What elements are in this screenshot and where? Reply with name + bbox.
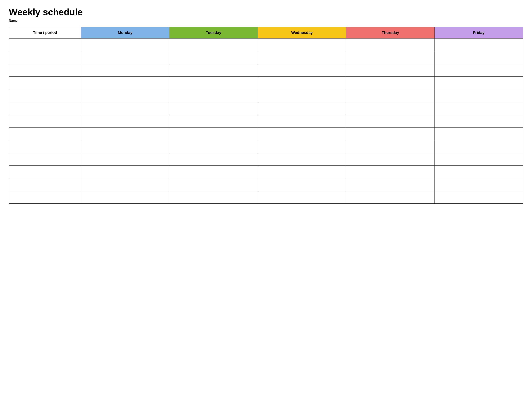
- tuesday-cell[interactable]: [169, 38, 258, 51]
- tuesday-cell[interactable]: [169, 127, 258, 140]
- monday-cell[interactable]: [81, 64, 169, 76]
- table-row: [9, 64, 523, 76]
- table-row: [9, 38, 523, 51]
- header-time-period: Time / period: [9, 27, 81, 38]
- tuesday-cell[interactable]: [169, 153, 258, 166]
- wednesday-cell[interactable]: [258, 76, 346, 89]
- header-monday: Monday: [81, 27, 169, 38]
- friday-cell[interactable]: [434, 38, 523, 51]
- thursday-cell[interactable]: [346, 178, 435, 191]
- tuesday-cell[interactable]: [169, 191, 258, 204]
- tuesday-cell[interactable]: [169, 89, 258, 102]
- table-row: [9, 153, 523, 166]
- monday-cell[interactable]: [81, 102, 169, 115]
- header-friday: Friday: [434, 27, 523, 38]
- wednesday-cell[interactable]: [258, 102, 346, 115]
- header-wednesday: Wednesday: [258, 27, 346, 38]
- thursday-cell[interactable]: [346, 51, 435, 64]
- thursday-cell[interactable]: [346, 64, 435, 76]
- thursday-cell[interactable]: [346, 38, 435, 51]
- tuesday-cell[interactable]: [169, 64, 258, 76]
- time-cell[interactable]: [9, 140, 81, 153]
- monday-cell[interactable]: [81, 166, 169, 178]
- time-cell[interactable]: [9, 76, 81, 89]
- friday-cell[interactable]: [434, 140, 523, 153]
- friday-cell[interactable]: [434, 166, 523, 178]
- time-cell[interactable]: [9, 89, 81, 102]
- time-cell[interactable]: [9, 166, 81, 178]
- friday-cell[interactable]: [434, 115, 523, 127]
- header-tuesday: Tuesday: [169, 27, 258, 38]
- friday-cell[interactable]: [434, 64, 523, 76]
- name-label: Name:: [9, 19, 523, 23]
- wednesday-cell[interactable]: [258, 115, 346, 127]
- monday-cell[interactable]: [81, 191, 169, 204]
- wednesday-cell[interactable]: [258, 38, 346, 51]
- table-row: [9, 178, 523, 191]
- monday-cell[interactable]: [81, 76, 169, 89]
- thursday-cell[interactable]: [346, 102, 435, 115]
- friday-cell[interactable]: [434, 76, 523, 89]
- wednesday-cell[interactable]: [258, 140, 346, 153]
- friday-cell[interactable]: [434, 127, 523, 140]
- friday-cell[interactable]: [434, 51, 523, 64]
- time-cell[interactable]: [9, 38, 81, 51]
- friday-cell[interactable]: [434, 153, 523, 166]
- thursday-cell[interactable]: [346, 191, 435, 204]
- tuesday-cell[interactable]: [169, 51, 258, 64]
- wednesday-cell[interactable]: [258, 64, 346, 76]
- wednesday-cell[interactable]: [258, 127, 346, 140]
- wednesday-cell[interactable]: [258, 191, 346, 204]
- table-row: [9, 191, 523, 204]
- time-cell[interactable]: [9, 127, 81, 140]
- table-row: [9, 166, 523, 178]
- thursday-cell[interactable]: [346, 115, 435, 127]
- tuesday-cell[interactable]: [169, 115, 258, 127]
- monday-cell[interactable]: [81, 127, 169, 140]
- monday-cell[interactable]: [81, 178, 169, 191]
- thursday-cell[interactable]: [346, 153, 435, 166]
- monday-cell[interactable]: [81, 115, 169, 127]
- tuesday-cell[interactable]: [169, 178, 258, 191]
- wednesday-cell[interactable]: [258, 89, 346, 102]
- monday-cell[interactable]: [81, 140, 169, 153]
- friday-cell[interactable]: [434, 102, 523, 115]
- table-row: [9, 127, 523, 140]
- thursday-cell[interactable]: [346, 140, 435, 153]
- time-cell[interactable]: [9, 153, 81, 166]
- monday-cell[interactable]: [81, 153, 169, 166]
- monday-cell[interactable]: [81, 38, 169, 51]
- table-row: [9, 102, 523, 115]
- tuesday-cell[interactable]: [169, 76, 258, 89]
- page-title: Weekly schedule: [9, 7, 523, 17]
- table-row: [9, 115, 523, 127]
- table-row: [9, 51, 523, 64]
- thursday-cell[interactable]: [346, 76, 435, 89]
- friday-cell[interactable]: [434, 178, 523, 191]
- friday-cell[interactable]: [434, 89, 523, 102]
- time-cell[interactable]: [9, 51, 81, 64]
- time-cell[interactable]: [9, 64, 81, 76]
- table-row: [9, 76, 523, 89]
- time-cell[interactable]: [9, 191, 81, 204]
- time-cell[interactable]: [9, 102, 81, 115]
- header-row: Time / period Monday Tuesday Wednesday T…: [9, 27, 523, 38]
- weekly-schedule-table: Time / period Monday Tuesday Wednesday T…: [9, 27, 523, 204]
- thursday-cell[interactable]: [346, 166, 435, 178]
- friday-cell[interactable]: [434, 191, 523, 204]
- thursday-cell[interactable]: [346, 89, 435, 102]
- wednesday-cell[interactable]: [258, 178, 346, 191]
- table-row: [9, 89, 523, 102]
- wednesday-cell[interactable]: [258, 153, 346, 166]
- tuesday-cell[interactable]: [169, 102, 258, 115]
- header-thursday: Thursday: [346, 27, 435, 38]
- time-cell[interactable]: [9, 178, 81, 191]
- wednesday-cell[interactable]: [258, 166, 346, 178]
- thursday-cell[interactable]: [346, 127, 435, 140]
- tuesday-cell[interactable]: [169, 140, 258, 153]
- wednesday-cell[interactable]: [258, 51, 346, 64]
- time-cell[interactable]: [9, 115, 81, 127]
- monday-cell[interactable]: [81, 51, 169, 64]
- tuesday-cell[interactable]: [169, 166, 258, 178]
- monday-cell[interactable]: [81, 89, 169, 102]
